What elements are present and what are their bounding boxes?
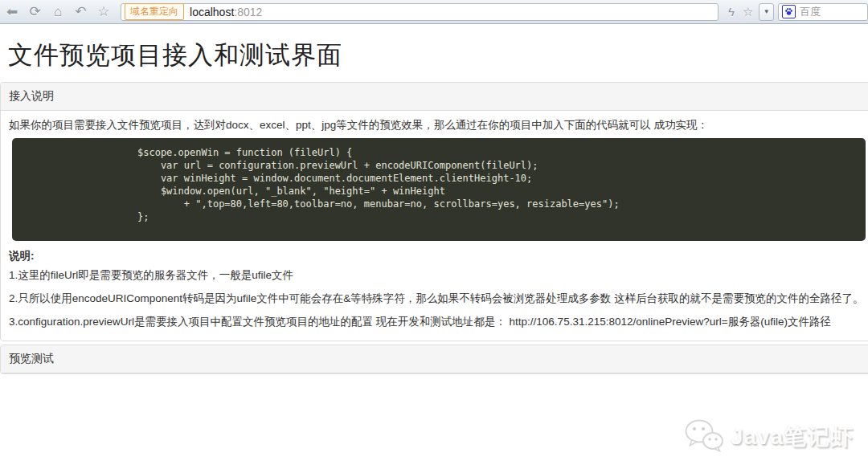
note-item-1: 1.这里的fileUrl即是需要预览的服务器文件，一般是ufile文件 (9, 268, 866, 283)
panel-integration-header: 接入说明 (1, 83, 868, 111)
notes-title: 说明: (9, 249, 866, 263)
chevron-down-icon: ▼ (764, 8, 770, 15)
panel-integration-body: 如果你的项目需要接入文件预览项目，达到对docx、excel、ppt、jpg等文… (1, 111, 868, 340)
code-block: $scope.openWin = function (fileUrl) { va… (12, 138, 866, 241)
address-bar[interactable]: 域名重定向 localhost :8012 (121, 3, 719, 21)
home-icon[interactable]: ⌂ (47, 2, 68, 22)
url-port: :8012 (234, 6, 262, 18)
panel-preview-test: 预览测试 (0, 345, 868, 374)
search-box[interactable]: 百度 (778, 3, 868, 21)
refresh-icon[interactable]: ⟳ (24, 2, 45, 22)
toolbar-dropdown-button[interactable]: ▼ (759, 3, 774, 21)
panel-integration: 接入说明 如果你的项目需要接入文件预览项目，达到对docx、excel、ppt、… (0, 82, 868, 341)
page-content: 文件预览项目接入和测试界面 接入说明 如果你的项目需要接入文件预览项目，达到对d… (0, 25, 868, 473)
note-item-3: 3.configuration.previewUrl是需要接入项目中配置文件预览… (9, 315, 866, 329)
favorites-star-icon[interactable]: ☆ (93, 2, 114, 22)
search-engine-label: 百度 (800, 5, 821, 19)
browser-toolbar: ⬅ ⟳ ⌂ ↶ ☆ 域名重定向 localhost :8012 ϟ ☆ ▼ 百度 (0, 0, 868, 24)
watermark: Java笔记虾 (684, 418, 854, 455)
wechat-logo-icon (684, 418, 724, 455)
undo-icon[interactable]: ↶ (70, 2, 91, 22)
note-item-2: 2.只所以使用encodeURIComponent转码是因为ufile文件中可能… (9, 292, 866, 306)
watermark-text: Java笔记虾 (731, 422, 854, 452)
lightning-icon[interactable]: ϟ (723, 2, 740, 22)
intro-paragraph: 如果你的项目需要接入文件预览项目，达到对docx、excel、ppt、jpg等文… (9, 118, 866, 133)
domain-redirect-badge[interactable]: 域名重定向 (125, 3, 184, 20)
baidu-logo-icon[interactable] (782, 5, 796, 18)
back-icon[interactable]: ⬅ (2, 2, 23, 22)
bookmark-star-icon[interactable]: ☆ (739, 2, 756, 22)
page-title: 文件预览项目接入和测试界面 (8, 39, 868, 72)
panel-preview-test-header: 预览测试 (1, 345, 868, 373)
url-host: localhost (190, 6, 234, 18)
